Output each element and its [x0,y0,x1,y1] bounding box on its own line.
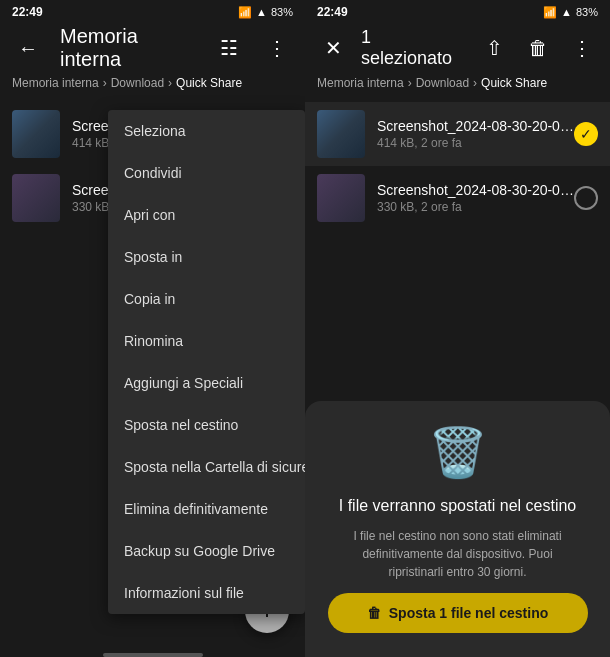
close-selection-button[interactable]: ✕ [317,32,349,64]
right-file-thumb-1 [317,110,365,158]
signal-icon: 📶 [238,6,252,19]
file-check-empty[interactable] [574,186,598,210]
breadcrumb-item-1[interactable]: Memoria interna [12,76,99,90]
file-thumb-1 [12,110,60,158]
right-breadcrumb-item-1[interactable]: Memoria interna [317,76,404,90]
menu-item-security-folder[interactable]: Sposta nella Cartella di sicurezza [108,446,305,488]
action-btn-label: Sposta 1 file nel cestino [389,605,549,621]
action-btn-icon: 🗑 [367,605,381,621]
left-status-icons: 📶 ▲ 83% [238,6,293,19]
bottom-sheet: 🗑️ I file verranno spostati nel cestino … [305,401,610,657]
back-button[interactable]: ← [12,32,44,64]
context-menu: Seleziona Condividi Apri con Sposta in C… [108,110,305,614]
grid-view-button[interactable]: ☷ [213,32,245,64]
right-breadcrumb-sep-1: › [408,76,412,90]
left-top-bar: ← Memoria interna ☷ ⋮ [0,24,305,72]
right-status-icons: 📶 ▲ 83% [543,6,598,19]
right-breadcrumb-item-3[interactable]: Quick Share [481,76,547,90]
right-file-name-2: Screenshot_2024-08-30-20-05-33-23... [377,182,574,198]
right-breadcrumb: Memoria interna › Download › Quick Share [305,72,610,98]
left-panel: 22:49 📶 ▲ 83% ← Memoria interna ☷ ⋮ Memo… [0,0,305,657]
selection-count: 1 selezionato [361,27,466,69]
right-file-thumb-2 [317,174,365,222]
breadcrumb-item-2[interactable]: Download [111,76,164,90]
left-title: Memoria interna [60,25,197,71]
menu-item-open-with[interactable]: Apri con [108,194,305,236]
menu-item-move-to[interactable]: Sposta in [108,236,305,278]
menu-item-file-info[interactable]: Informazioni sul file [108,572,305,614]
right-breadcrumb-sep-2: › [473,76,477,90]
selection-bar: ✕ 1 selezionato ⇧ 🗑 ⋮ [305,24,610,72]
breadcrumb-sep-2: › [168,76,172,90]
move-to-trash-button[interactable]: 🗑 Sposta 1 file nel cestino [328,593,588,633]
right-file-info-2: Screenshot_2024-08-30-20-05-33-23... 330… [377,182,574,214]
left-status-bar: 22:49 📶 ▲ 83% [0,0,305,24]
breadcrumb-item-3[interactable]: Quick Share [176,76,242,90]
menu-item-delete-permanent[interactable]: Elimina definitivamente [108,488,305,530]
right-breadcrumb-item-2[interactable]: Download [416,76,469,90]
file-thumb-2 [12,174,60,222]
menu-item-add-special[interactable]: Aggiungi a Speciali [108,362,305,404]
battery-icon: 83% [271,6,293,18]
right-signal-icon: 📶 [543,6,557,19]
right-panel: 22:49 📶 ▲ 83% ✕ 1 selezionato ⇧ 🗑 ⋮ Memo… [305,0,610,657]
bottom-sheet-trash-icon: 🗑️ [428,425,488,481]
bottom-sheet-title: I file verranno spostati nel cestino [339,497,576,515]
bottom-sheet-description: I file nel cestino non sono stati elimin… [338,527,578,581]
left-breadcrumb: Memoria interna › Download › Quick Share [0,72,305,98]
delete-button[interactable]: 🗑 [522,32,554,64]
menu-item-share[interactable]: Condividi [108,152,305,194]
right-status-bar: 22:49 📶 ▲ 83% [305,0,610,24]
right-time: 22:49 [317,5,348,19]
right-file-meta-1: 414 kB, 2 ore fa [377,136,574,150]
menu-item-copy-to[interactable]: Copia in [108,278,305,320]
left-home-indicator [103,653,203,657]
file-check-selected[interactable]: ✓ [574,122,598,146]
menu-item-backup[interactable]: Backup su Google Drive [108,530,305,572]
left-time: 22:49 [12,5,43,19]
right-file-item-2[interactable]: Screenshot_2024-08-30-20-05-33-23... 330… [305,166,610,230]
right-file-name-1: Screenshot_2024-08-30-20-05-16-659... [377,118,574,134]
share-button[interactable]: ⇧ [478,32,510,64]
more-options-button[interactable]: ⋮ [261,32,293,64]
menu-item-select[interactable]: Seleziona [108,110,305,152]
right-file-meta-2: 330 kB, 2 ore fa [377,200,574,214]
right-wifi-icon: ▲ [561,6,572,18]
right-file-info-1: Screenshot_2024-08-30-20-05-16-659... 41… [377,118,574,150]
menu-item-rename[interactable]: Rinomina [108,320,305,362]
wifi-icon: ▲ [256,6,267,18]
breadcrumb-sep-1: › [103,76,107,90]
right-more-options-button[interactable]: ⋮ [566,32,598,64]
right-battery-icon: 83% [576,6,598,18]
menu-item-trash[interactable]: Sposta nel cestino [108,404,305,446]
right-file-item-1[interactable]: Screenshot_2024-08-30-20-05-16-659... 41… [305,102,610,166]
